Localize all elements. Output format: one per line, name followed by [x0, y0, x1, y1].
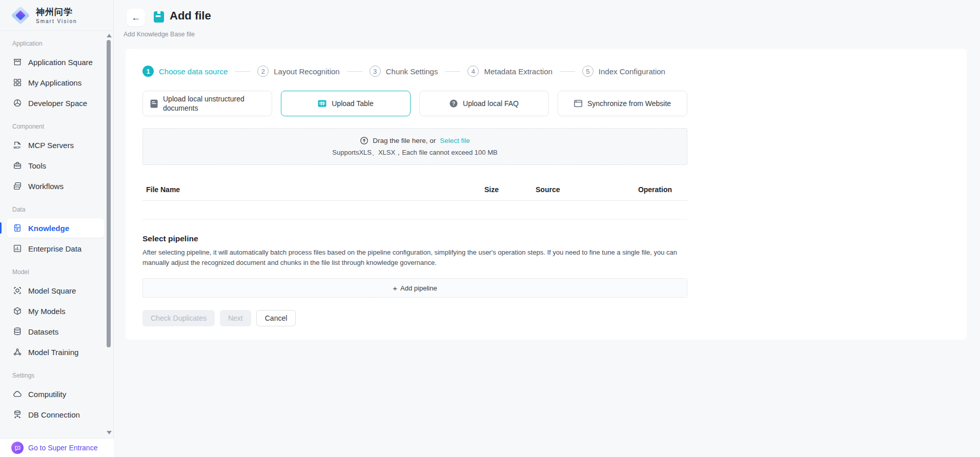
tab-label: Upload Table — [332, 99, 373, 108]
section-label-settings: Settings — [0, 363, 113, 383]
faq-icon: ? — [450, 99, 458, 108]
sidebar-item-my-models[interactable]: My Models — [7, 301, 105, 321]
sidebar-item-label: Computility — [28, 390, 66, 399]
sidebar-item-label: MCP Servers — [28, 141, 74, 150]
next-button[interactable]: Next — [220, 310, 251, 326]
tab-upload-local-unstructured-documents[interactable]: Upload local unstructured documents — [142, 91, 272, 116]
step-choose-data-source: 1 Choose data source — [142, 66, 228, 77]
cancel-button[interactable]: Cancel — [256, 310, 296, 326]
sidebar-item-label: Application Square — [28, 58, 93, 67]
bar-chart-icon — [12, 243, 23, 254]
step-connector — [445, 71, 460, 72]
sidebar-item-knowledge[interactable]: Knowledge — [7, 218, 105, 238]
sidebar-item-datasets[interactable]: Datasets — [7, 322, 105, 341]
sidebar-nav: Application Application Square My Applic… — [0, 31, 113, 438]
step-label: Chunk Settings — [386, 67, 438, 76]
add-pipeline-label: Add pipeline — [400, 284, 437, 292]
file-table: File Name Size Source Operation — [142, 178, 687, 220]
model-square-icon — [12, 285, 23, 296]
scroll-down-icon[interactable] — [107, 431, 112, 434]
select-pipeline-title: Select pipeline — [142, 234, 687, 243]
sidebar-item-label: My Models — [28, 307, 66, 316]
super-entrance-icon — [11, 442, 24, 454]
svg-text:?: ? — [452, 101, 455, 107]
step-chunk-settings: 3 Chunk Settings — [370, 66, 438, 77]
add-pipeline-button[interactable]: + Add pipeline — [142, 278, 687, 298]
dropzone-hint: SupportsXLS、XLSX，Each file cannot exceed… — [332, 148, 497, 157]
sidebar-item-application-square[interactable]: Application Square — [7, 52, 105, 72]
sidebar-item-label: Enterprise Data — [28, 244, 81, 253]
step-label: Index Configuration — [599, 67, 665, 76]
step-connector — [347, 71, 362, 72]
sidebar-item-enterprise-data[interactable]: Enterprise Data — [7, 239, 105, 258]
sidebar-item-my-applications[interactable]: My Applications — [7, 73, 105, 92]
add-file-icon — [153, 11, 165, 23]
sidebar-item-computility[interactable]: Computility — [7, 384, 105, 404]
sidebar-item-workflows[interactable]: Workflows — [7, 176, 105, 196]
storefront-icon — [12, 57, 23, 67]
section-label-model: Model — [0, 259, 113, 280]
step-index-configuration: 5 Index Configuration — [582, 66, 665, 77]
knowledge-icon — [12, 223, 23, 233]
scroll-up-icon[interactable] — [107, 34, 112, 37]
column-source: Source — [536, 185, 612, 194]
step-connector — [235, 71, 250, 72]
compass-icon — [12, 98, 23, 108]
sidebar-item-model-square[interactable]: Model Square — [7, 281, 105, 300]
brand-title: 神州问学 — [36, 6, 77, 18]
step-number: 5 — [582, 66, 594, 77]
table-icon — [318, 100, 326, 107]
step-number: 2 — [257, 66, 269, 77]
toolbox-icon — [12, 160, 23, 171]
go-to-super-entrance[interactable]: Go to Super Entrance — [0, 438, 114, 457]
select-pipeline-description: After selecting pipeline, it will automa… — [142, 247, 687, 268]
sidebar-item-model-training[interactable]: Model Training — [7, 342, 105, 362]
section-label-data: Data — [0, 197, 113, 217]
section-label-application: Application — [0, 31, 113, 51]
breadcrumb: Add Knowledge Base file — [124, 31, 195, 38]
super-entrance-label: Go to Super Entrance — [28, 444, 97, 452]
sidebar-item-label: Developer Space — [28, 99, 87, 108]
tab-synchronize-from-website[interactable]: Synchronize from Website — [558, 91, 687, 116]
mcp-icon: MCP — [12, 140, 23, 150]
workflow-icon — [12, 181, 23, 191]
sidebar-item-mcp-servers[interactable]: MCP MCP Servers — [7, 135, 105, 155]
sidebar-item-label: My Applications — [28, 78, 81, 87]
sidebar-item-db-connection[interactable]: DB Connection — [7, 405, 105, 424]
file-table-header: File Name Size Source Operation — [142, 178, 687, 201]
step-label: Choose data source — [159, 67, 228, 76]
tab-label: Upload local unstructured documents — [163, 94, 264, 113]
sidebar-item-label: DB Connection — [28, 410, 80, 419]
add-file-card: 1 Choose data source 2 Layout Recognitio… — [126, 49, 967, 340]
training-icon — [12, 347, 23, 357]
section-label-component: Component — [0, 114, 113, 134]
sidebar-item-label: Datasets — [28, 327, 58, 336]
step-metadata-extraction: 4 Metadata Extraction — [467, 66, 552, 77]
column-operation: Operation — [612, 185, 687, 194]
scrollbar-thumb[interactable] — [107, 40, 111, 347]
sidebar-item-developer-space[interactable]: Developer Space — [7, 93, 105, 113]
plus-icon: + — [393, 284, 397, 293]
tab-upload-local-faq[interactable]: ? Upload local FAQ — [419, 91, 549, 116]
step-number: 3 — [370, 66, 381, 77]
sidebar-item-label: Knowledge — [28, 224, 69, 233]
cloud-icon — [12, 389, 23, 399]
document-icon — [150, 99, 158, 108]
grid-icon — [12, 77, 23, 88]
check-duplicates-button[interactable]: Check Duplicates — [142, 310, 215, 326]
tab-label: Synchronize from Website — [587, 99, 671, 108]
file-dropzone[interactable]: Drag the file here, or Select file Suppo… — [142, 128, 687, 165]
select-file-link[interactable]: Select file — [440, 137, 470, 144]
back-button[interactable]: ← — [127, 9, 145, 26]
database-icon — [12, 326, 23, 337]
page-header: ← Add file Add Knowledge Base file — [114, 0, 980, 49]
sidebar-scrollbar[interactable] — [105, 32, 112, 437]
step-number: 1 — [142, 66, 154, 77]
dropzone-text: Drag the file here, or — [373, 137, 436, 144]
tab-upload-table[interactable]: Upload Table — [281, 91, 411, 116]
step-label: Layout Recognition — [274, 67, 339, 76]
wizard-stepper: 1 Choose data source 2 Layout Recognitio… — [142, 66, 687, 77]
sidebar-item-tools[interactable]: Tools — [7, 156, 105, 175]
sidebar-item-label: Model Square — [28, 286, 76, 295]
column-size: Size — [484, 185, 536, 194]
